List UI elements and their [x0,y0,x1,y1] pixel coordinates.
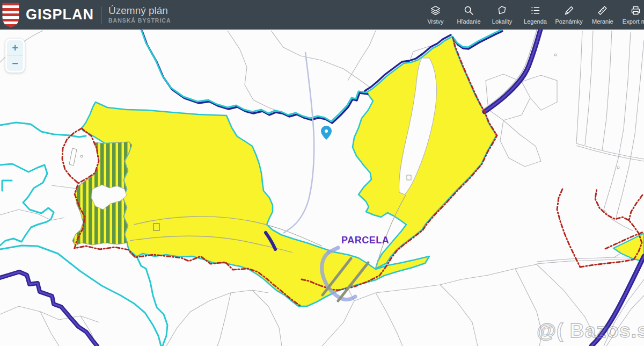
toolbar-label: Legenda [524,18,547,25]
toolbar-label: Export ma [623,18,644,25]
search-icon [463,5,474,16]
polygon-icon [496,5,508,16]
parcel-label: PARCELA [341,235,389,246]
map-canvas[interactable]: PARCELA @( Bazos.sk + − [0,30,644,346]
toolbar-item-vrstvy[interactable]: Vrstvy [419,0,452,30]
layers-icon [430,5,441,16]
page-subtitle: BANSKÁ BYSTRICA [108,18,171,24]
zoom-control: + − [5,39,25,73]
toolbar-item-legenda[interactable]: Legenda [519,0,552,30]
gisplan-app: GISPLAN Územný plán BANSKÁ BYSTRICA Vrst… [0,0,644,346]
legend-list-icon [530,5,541,16]
coat-of-arms-logo [1,2,20,28]
toolbar-item-meranie[interactable]: Meranie [586,0,619,30]
toolbar-item-hladanie[interactable]: Hľadanie [452,0,486,30]
header-toolbar: Vrstvy Hľadanie Lokality Legenda [419,0,644,30]
page-title: Územný plán [108,5,171,17]
zoom-in-button[interactable]: + [7,40,23,55]
toolbar-item-lokality[interactable]: Lokality [486,0,519,30]
pencil-icon [564,5,575,16]
toolbar-label: Lokality [492,18,512,25]
ruler-icon [597,5,608,16]
header-divider [101,6,102,24]
zoom-out-button[interactable]: − [7,55,23,71]
toolbar-item-poznamky[interactable]: Poznámky [552,0,586,30]
toolbar-label: Poznámky [555,18,583,25]
printer-icon [630,5,641,16]
app-titles: Územný plán BANSKÁ BYSTRICA [108,5,171,24]
toolbar-item-export[interactable]: Export ma [619,0,644,30]
brand-name: GISPLAN [26,6,94,23]
toolbar-label: Hľadanie [457,18,480,25]
app-header: GISPLAN Územný plán BANSKÁ BYSTRICA Vrst… [0,0,644,30]
watermark: @( Bazos.sk [537,320,644,342]
toolbar-label: Meranie [592,18,613,25]
toolbar-label: Vrstvy [427,18,443,25]
